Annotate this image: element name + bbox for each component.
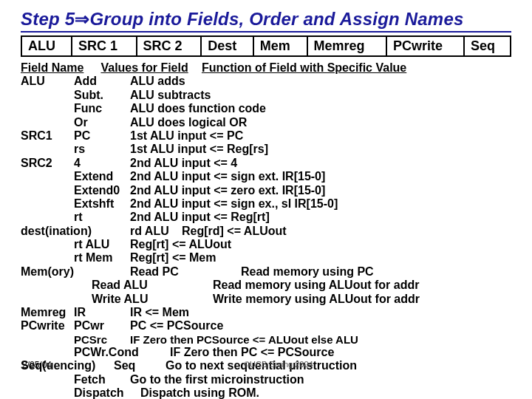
- table-row: DispatchDispatch using ROM.: [21, 386, 511, 399]
- title-underline: [21, 31, 511, 33]
- dest-label: dest(ination): [21, 225, 130, 238]
- table-row: SRC1PC1st ALU input <= PC: [21, 129, 511, 143]
- hcell-dest: Dest: [201, 36, 253, 56]
- mem-row: Mem(ory)Read PCRead memory using PC: [21, 265, 511, 279]
- table-row: Extend02nd ALU input <= zero ext. IR[15-…: [21, 184, 511, 197]
- table-row: Extshft2nd ALU input <= sign ex., sl IR[…: [21, 197, 511, 211]
- pcwrite-row: PCwritePCwrPC <= PCSource: [21, 319, 511, 332]
- hdr-function: Function of Field with Specific Value: [202, 61, 406, 74]
- table-row: PCWr.CondIF Zero then PC <= PCSource: [21, 346, 511, 359]
- table-row: Write ALUWrite memory using ALUout for a…: [21, 293, 511, 306]
- double-arrow-icon: ⇒: [75, 9, 89, 29]
- hcell-memreg: Memreg: [307, 36, 386, 56]
- memreg-row: MemregIRIR <= Mem: [21, 306, 511, 319]
- hcell-alu: ALU: [21, 36, 72, 56]
- table-row: Read ALURead memory using ALUout for add…: [21, 279, 511, 292]
- table-row: FuncALU does function code: [21, 102, 511, 115]
- slide-date: 2/25/04: [22, 360, 52, 370]
- hcell-mem: Mem: [253, 36, 307, 56]
- mem-label: Mem(ory): [21, 265, 130, 279]
- hdr-values: Values for Field: [100, 61, 198, 75]
- hcell-src1: SRC 1: [72, 36, 137, 56]
- table-row: SRC242nd ALU input <= 4: [21, 157, 511, 170]
- field-header-table: ALU SRC 1 SRC 2 Dest Mem Memreg PCwrite …: [21, 35, 511, 57]
- body: Field Name Values for Field Function of …: [21, 61, 511, 399]
- table-row: rs1st ALU input <= Reg[rs]: [21, 143, 511, 156]
- hcell-pcwrite: PCwrite: [386, 36, 464, 56]
- copyright: ©UCB Spring 2004: [244, 360, 313, 369]
- title-post: Group into Fields, Order and Assign Name…: [89, 9, 463, 29]
- table-row: rt2nd ALU input <= Reg[rt]: [21, 211, 511, 224]
- table-row: OrALU does logical OR: [21, 116, 511, 129]
- pcwrite-label: PCwrite: [21, 319, 74, 332]
- dest-row: dest(ination)rd ALUReg[rd] <= ALUout: [21, 225, 511, 238]
- hcell-src2: SRC 2: [137, 36, 202, 56]
- title-pre: Step 5: [21, 9, 75, 29]
- table-row: rt ALUReg[rt] <= ALUout: [21, 238, 511, 251]
- table-row: PCSrcIF Zero then PCSource <= ALUout els…: [21, 333, 511, 346]
- table-row: Subt.ALU subtracts: [21, 89, 511, 102]
- table-row: FetchGo to the first microinstruction: [21, 373, 511, 386]
- slide-title: Step 5⇒Group into Fields, Order and Assi…: [21, 9, 511, 30]
- column-headers: Field Name Values for Field Function of …: [21, 61, 511, 75]
- table-row: Extend2nd ALU input <= sign ext. IR[15-0…: [21, 170, 511, 183]
- table-row: ALUAddALU adds: [21, 75, 511, 88]
- hcell-seq: Seq: [464, 36, 511, 56]
- table-row: rt MemReg[rt] <= Mem: [21, 251, 511, 265]
- hdr-field: Field Name: [21, 61, 98, 75]
